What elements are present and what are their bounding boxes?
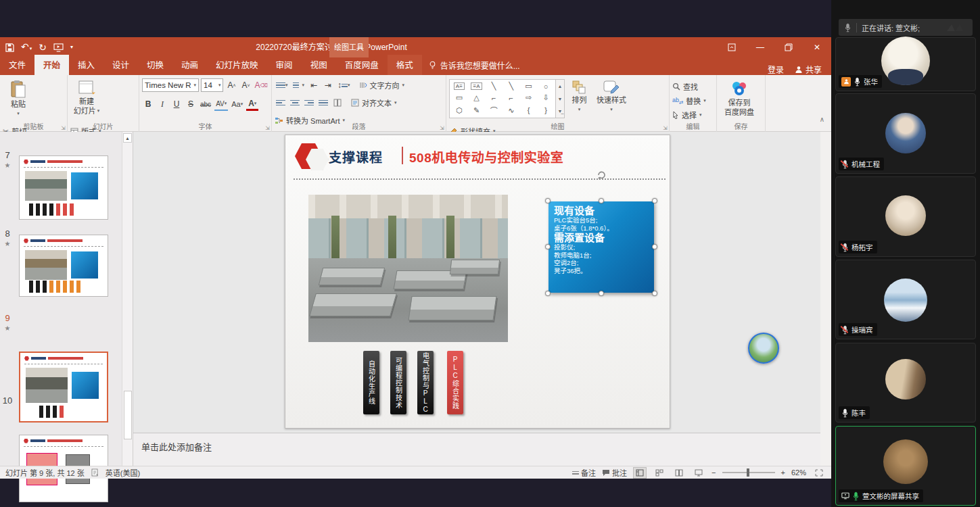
zoom-slider[interactable] [722, 472, 775, 473]
paste-button[interactable]: 粘贴▾ [3, 77, 34, 122]
strikethrough-button[interactable]: S [185, 97, 197, 111]
shape-icon[interactable]: ⌐ [509, 94, 513, 102]
tab-file[interactable]: 文件 [0, 55, 34, 75]
video-tile[interactable]: 操瑞宾 [835, 260, 976, 339]
comments-toggle-button[interactable]: 批注 [602, 467, 627, 478]
shape-icon[interactable]: ⌒ [490, 105, 498, 116]
arrange-button[interactable]: 排列▾ [567, 77, 590, 122]
zoom-out-button[interactable]: − [711, 468, 716, 477]
bold-button[interactable]: B [142, 97, 154, 111]
tab-format[interactable]: 格式 [388, 55, 422, 75]
thumbnail-scroll-thumb[interactable] [124, 391, 132, 439]
close-button[interactable]: ✕ [803, 37, 831, 57]
thumbnail-scrollbar[interactable]: ▲ [122, 132, 133, 466]
tab-animations[interactable]: 动画 [172, 55, 207, 75]
shape-icon[interactable]: ⬡ [456, 106, 463, 115]
notes-pane[interactable]: 单击此处添加备注 [133, 433, 820, 466]
bullets-button[interactable]: ▾ [275, 78, 289, 92]
shape-icon[interactable]: ╲ [509, 82, 514, 91]
tab-review[interactable]: 审阅 [267, 55, 302, 75]
selection-handle[interactable] [652, 198, 657, 203]
tab-slideshow[interactable]: 幻灯片放映 [207, 55, 267, 75]
shape-icon[interactable]: ≡A [471, 82, 482, 90]
shape-icon[interactable]: ✎ [473, 106, 480, 115]
align-text-button[interactable]: 对齐文本▾ [351, 97, 397, 109]
rotate-handle-icon[interactable] [595, 169, 607, 181]
fit-slide-button[interactable] [812, 467, 826, 479]
decrease-indent-button[interactable]: ⇤ [308, 78, 320, 92]
selection-handle[interactable] [545, 244, 551, 249]
video-tile[interactable]: 陈丰 [835, 343, 976, 422]
share-button[interactable]: 共享 [795, 64, 822, 75]
shape-icon[interactable]: ▭ [456, 93, 463, 102]
shape-icon[interactable]: ╲ [492, 82, 496, 91]
italic-button[interactable]: I [156, 97, 168, 111]
shapes-scroll-down[interactable]: ▼ [556, 93, 564, 105]
decrease-font-button[interactable]: A˅ [239, 78, 252, 92]
clear-formatting-button[interactable]: A⌫ [254, 78, 269, 92]
minimize-button[interactable]: — [746, 37, 774, 57]
dialog-launcher[interactable]: ⇲ [61, 125, 66, 131]
shapes-scroll-up[interactable]: ▲ [556, 80, 564, 93]
tab-design[interactable]: 设计 [103, 55, 138, 75]
tab-insert[interactable]: 插入 [69, 55, 103, 75]
shadow-button[interactable]: abc [199, 97, 212, 111]
align-right-button[interactable] [303, 96, 315, 110]
equipment-textbox[interactable]: 现有设备 PLC实验台5台; 桌子6张（1.8*0.6）。 需添置设备 投影仪;… [549, 201, 654, 293]
new-slide-button[interactable]: 新建 幻灯片▾ [70, 77, 103, 122]
sign-in-button[interactable]: 登录 [768, 64, 784, 75]
shape-icon[interactable]: ⇩ [543, 93, 549, 102]
selection-handle[interactable] [599, 198, 604, 203]
video-tile[interactable]: 张华 [835, 37, 976, 91]
selection-handle[interactable] [652, 291, 657, 296]
columns-button[interactable] [331, 96, 344, 110]
slide-thumbnail-7[interactable] [19, 155, 108, 220]
slide-sorter-view-button[interactable] [653, 467, 666, 479]
align-left-button[interactable] [275, 96, 287, 110]
increase-font-button[interactable]: A˄ [225, 78, 237, 92]
slideshow-view-button[interactable] [692, 467, 705, 479]
tell-me-box[interactable]: 告诉我您想要做什么... [422, 56, 527, 75]
tab-view[interactable]: 视图 [302, 55, 336, 75]
collapse-ribbon-button[interactable]: ∧ [813, 75, 831, 131]
notes-indicator-icon[interactable] [91, 468, 99, 477]
font-name-combo[interactable]: Times New R▾ [142, 78, 199, 92]
tab-home[interactable]: 开始 [34, 55, 69, 75]
selection-handle[interactable] [652, 244, 657, 249]
character-spacing-button[interactable]: AV▾ [214, 97, 228, 111]
selection-handle[interactable] [545, 291, 551, 296]
shape-icon[interactable]: A≡ [454, 82, 465, 90]
selection-handle[interactable] [545, 198, 551, 203]
select-button[interactable]: 选择▾ [672, 109, 706, 121]
align-center-button[interactable] [289, 96, 301, 110]
slide-canvas[interactable]: 支撑课程 508机电传动与控制实验室 [285, 135, 670, 429]
slide-thumbnail-8[interactable] [19, 235, 108, 297]
normal-view-button[interactable] [633, 467, 647, 479]
change-case-button[interactable]: Aa▾ [230, 97, 244, 111]
video-tile[interactable]: 机械工程 [835, 93, 976, 174]
line-spacing-button[interactable]: ↕▾ [336, 78, 352, 92]
dialog-launcher[interactable]: ⇲ [265, 125, 270, 131]
justify-button[interactable] [317, 96, 329, 110]
notes-toggle-button[interactable]: 备注 [572, 467, 596, 478]
ribbon-display-options-button[interactable] [718, 37, 746, 57]
shape-icon[interactable]: ⌐ [492, 94, 496, 102]
quick-styles-button[interactable]: 快速样式▾ [594, 77, 629, 122]
thumbnail-scroll-up[interactable]: ▲ [123, 133, 132, 143]
font-size-combo[interactable]: 14▾ [201, 78, 223, 92]
language-indicator[interactable]: 英语(美国) [106, 467, 140, 478]
shapes-more-button[interactable]: ▼̲ [556, 105, 564, 118]
zoom-in-button[interactable]: + [781, 468, 785, 477]
shape-icon[interactable]: △ [473, 93, 479, 102]
tab-baidu-netdisk[interactable]: 百度网盘 [336, 55, 388, 75]
increase-indent-button[interactable]: ⇥ [322, 78, 334, 92]
shape-icon[interactable]: ○ [544, 82, 549, 91]
lab-photo[interactable] [308, 195, 508, 342]
dialog-launcher[interactable]: ⇲ [440, 125, 444, 131]
find-button[interactable]: 查找 [672, 80, 706, 93]
reading-view-button[interactable] [672, 467, 686, 479]
text-direction-button[interactable]: 文字方向▾ [359, 79, 405, 91]
shape-icon[interactable]: ⇨ [526, 93, 532, 102]
selection-handle[interactable] [599, 291, 604, 296]
shape-icon[interactable]: ∿ [508, 106, 514, 115]
